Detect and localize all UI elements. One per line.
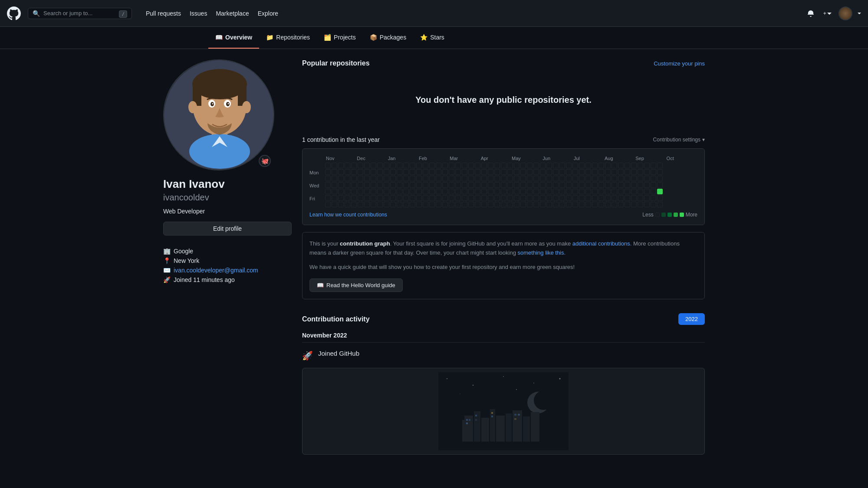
- graph-week-34: [546, 163, 552, 208]
- graph-cell: [598, 189, 604, 194]
- nav-marketplace[interactable]: Marketplace: [212, 7, 252, 20]
- graph-cell: [598, 202, 604, 207]
- graph-cell: [612, 176, 617, 181]
- year-filter-button[interactable]: 2022: [678, 313, 705, 325]
- graph-cell: [657, 202, 663, 207]
- graph-cell: [507, 176, 513, 181]
- search-kbd: /: [119, 10, 127, 18]
- avatar-badge: 🐙: [259, 155, 271, 167]
- additional-contributions-link[interactable]: additional contributions: [572, 240, 630, 247]
- graph-cell: [572, 182, 578, 188]
- avatar-chevron: [858, 12, 861, 15]
- graph-cell: [572, 202, 578, 207]
- graph-cell: [566, 182, 572, 188]
- something-like-this-link[interactable]: something like this: [518, 249, 564, 256]
- graph-cell: [605, 202, 611, 207]
- tab-packages[interactable]: 📦 Packages: [363, 27, 413, 49]
- avatar-nav[interactable]: [838, 7, 852, 20]
- contribution-settings-button[interactable]: Contribution settings ▾: [653, 137, 705, 143]
- hello-world-guide-button[interactable]: 📖 Read the Hello World guide: [309, 278, 403, 292]
- graph-cell: [364, 169, 370, 175]
- activity-month-title: November 2022: [302, 332, 705, 343]
- graph-cell: [423, 176, 428, 181]
- graph-cell: [520, 169, 526, 175]
- search-box[interactable]: 🔍 Search or jump to... /: [28, 8, 132, 19]
- tab-stars[interactable]: ⭐ Stars: [413, 27, 451, 49]
- graph-cell: [462, 195, 467, 201]
- graph-cell: [579, 202, 585, 207]
- month-jun: Jun: [542, 156, 573, 161]
- graph-week-41: [592, 163, 598, 208]
- graph-week-9: [384, 163, 389, 208]
- graph-cell: [533, 189, 539, 194]
- tab-overview[interactable]: 📖 Overview: [208, 27, 259, 49]
- graph-cell: [351, 163, 357, 168]
- graph-cell: [384, 189, 389, 194]
- graph-cell: [651, 189, 656, 194]
- graph-cell: [332, 182, 337, 188]
- graph-cell: [533, 169, 539, 175]
- graph-cell: [338, 182, 344, 188]
- notification-bell[interactable]: [806, 8, 816, 19]
- graph-cell: [377, 202, 383, 207]
- graph-cell: [644, 195, 650, 201]
- graph-week-51: [657, 163, 663, 208]
- tab-repositories[interactable]: 📁 Repositories: [259, 27, 317, 49]
- graph-week-40: [585, 163, 591, 208]
- graph-cell: [579, 163, 585, 168]
- svg-rect-36: [523, 416, 530, 442]
- graph-cell: [631, 169, 637, 175]
- graph-week-46: [625, 163, 630, 208]
- day-label-wed: Wed: [309, 183, 323, 189]
- graph-cell: [468, 169, 474, 175]
- graph-cell: [638, 169, 643, 175]
- svg-rect-35: [513, 410, 522, 442]
- meta-company: 🏢 Google: [163, 248, 292, 255]
- graph-cell: [377, 163, 383, 168]
- customize-pins-link[interactable]: Customize your pins: [654, 60, 705, 67]
- email-link[interactable]: ivan.cooldeveloper@gmail.com: [174, 267, 258, 274]
- svg-rect-33: [496, 416, 505, 442]
- email-icon: ✉️: [163, 267, 170, 274]
- graph-cell: [514, 182, 519, 188]
- graph-cell: [410, 163, 415, 168]
- month-feb: Feb: [419, 156, 450, 161]
- legend-l2: [667, 213, 672, 217]
- graph-cell: [638, 163, 643, 168]
- graph-week-18: [442, 163, 448, 208]
- day-label-empty3: [309, 190, 323, 195]
- graph-week-44: [612, 163, 617, 208]
- graph-cell: [631, 176, 637, 181]
- tab-projects[interactable]: 🗂️ Projects: [317, 27, 363, 49]
- contribution-settings-label: Contribution settings: [653, 137, 700, 143]
- graph-cell: [371, 169, 376, 175]
- graph-cell: [488, 189, 493, 194]
- graph-cell: [345, 182, 350, 188]
- graph-cell: [507, 195, 513, 201]
- graph-grid: [325, 163, 697, 208]
- new-menu-button[interactable]: +: [821, 8, 833, 18]
- graph-cell: [468, 163, 474, 168]
- profile-username: ivancooldev: [163, 193, 292, 203]
- graph-cell: [546, 163, 552, 168]
- graph-cell: [631, 195, 637, 201]
- github-logo[interactable]: [7, 7, 21, 20]
- edit-profile-button[interactable]: Edit profile: [163, 222, 292, 236]
- graph-week-15: [423, 163, 428, 208]
- graph-cell: [631, 163, 637, 168]
- graph-cell: [605, 163, 611, 168]
- graph-cell: [559, 182, 565, 188]
- nav-issues[interactable]: Issues: [186, 7, 210, 20]
- graph-cell: [475, 202, 480, 207]
- svg-point-14: [228, 103, 229, 105]
- graph-cell: [345, 195, 350, 201]
- graph-cell: [514, 163, 519, 168]
- nav-explore[interactable]: Explore: [254, 7, 282, 20]
- graph-week-5: [358, 163, 363, 208]
- learn-contributions-link[interactable]: Learn how we count contributions: [309, 212, 387, 218]
- profile-meta: 🏢 Google 📍 New York ✉️ ivan.cooldevelope…: [163, 248, 292, 283]
- graph-cell: [618, 202, 624, 207]
- nav-pull-requests[interactable]: Pull requests: [142, 7, 184, 20]
- graph-cell: [605, 195, 611, 201]
- rocket-icon: 🚀: [163, 276, 170, 283]
